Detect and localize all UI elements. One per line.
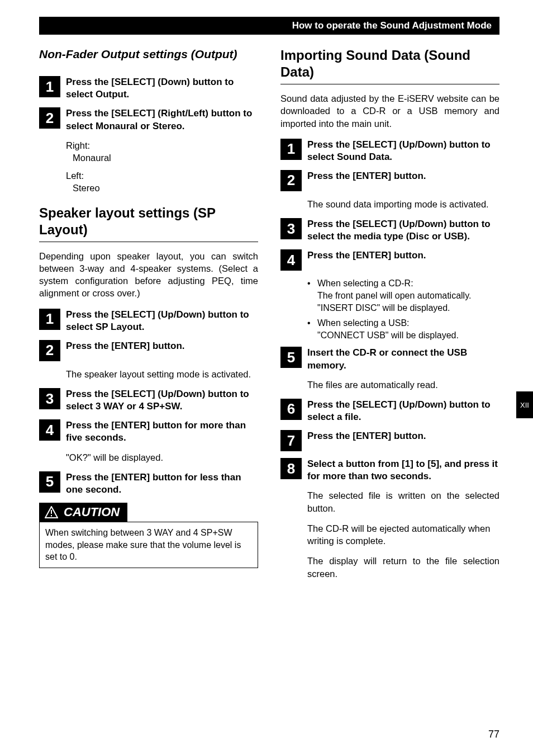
bullet-block: • When selecting a CD-R: The front panel… — [307, 277, 499, 341]
columns: Non-Fader Output settings (Output) 1 Pre… — [39, 47, 499, 588]
option-right: Right: Monaural — [66, 139, 258, 164]
step-text: Insert the CD-R or connect the USB memor… — [307, 347, 499, 371]
step: 1 Press the [SELECT] (Down) button to se… — [39, 76, 258, 101]
step-number: 1 — [39, 309, 60, 330]
step-text: Press the [SELECT] (Up/Down) button to s… — [307, 139, 499, 163]
step: 5 Insert the CD-R or connect the USB mem… — [280, 347, 499, 371]
section-rule — [39, 242, 258, 242]
bullet-body: When selecting a USB: "CONNECT USB" will… — [317, 317, 499, 341]
step-text: Press the [SELECT] (Up/Down) button to s… — [307, 399, 499, 423]
caution-heading: CAUTION — [39, 503, 127, 522]
step: 8 Select a button from [1] to [5], and p… — [280, 458, 499, 483]
step-number: 3 — [280, 218, 302, 239]
bullet-line: "INSERT DISC" will be displayed. — [317, 303, 450, 313]
section-c-intro: Sound data adjusted by the E-iSERV websi… — [280, 92, 499, 130]
step-text: Press the [SELECT] (Down) button to sele… — [66, 76, 258, 101]
section-b-title: Speaker layout settings (SP Layout) — [39, 205, 258, 238]
header-bar: How to operate the Sound Adjustment Mode — [39, 17, 499, 35]
bullet-dot-icon: • — [307, 277, 313, 314]
chapter-side-tab-label: XII — [520, 401, 529, 409]
step-number: 2 — [39, 107, 60, 129]
step: 2 Press the [ENTER] button. — [39, 340, 258, 361]
step-number: 3 — [39, 388, 60, 409]
step-number: 4 — [280, 249, 302, 271]
step: 2 Press the [SELECT] (Right/Left) button… — [39, 107, 258, 132]
step-number: 2 — [39, 340, 60, 361]
warning-triangle-icon — [45, 506, 58, 518]
step-number: 6 — [280, 399, 302, 420]
svg-rect-2 — [51, 515, 52, 517]
section-b-intro: Depending upon speaker layout, you can s… — [39, 250, 258, 300]
option-right-label: Right: — [66, 140, 90, 150]
bullet-line: "CONNECT USB" will be displayed. — [317, 330, 459, 340]
step: 4 Press the [ENTER] button for more than… — [39, 419, 258, 444]
bullet-body: When selecting a CD-R: The front panel w… — [317, 277, 499, 314]
bullet-head: When selecting a CD-R: — [317, 278, 413, 288]
page: How to operate the Sound Adjustment Mode… — [0, 0, 533, 756]
svg-rect-1 — [51, 510, 52, 514]
bullet-dot-icon: • — [307, 317, 313, 341]
step-text: Select a button from [1] to [5], and pre… — [307, 458, 499, 483]
step: 6 Press the [SELECT] (Up/Down) button to… — [280, 399, 499, 423]
step-text: Press the [ENTER] button for less than o… — [66, 471, 258, 496]
step-text: Press the [ENTER] button. — [307, 170, 426, 182]
step: 5 Press the [ENTER] button for less than… — [39, 471, 258, 496]
step: 1 Press the [SELECT] (Up/Down) button to… — [39, 309, 258, 333]
step-text: Press the [ENTER] button. — [307, 430, 426, 442]
section-c-title: Importing Sound Data (Sound Data) — [280, 47, 499, 81]
step-number: 2 — [280, 170, 302, 191]
step-number: 8 — [280, 458, 302, 479]
step-number: 5 — [280, 347, 302, 368]
step-text: Press the [SELECT] (Up/Down) button to s… — [66, 309, 258, 333]
step-follow: The CD-R will be ejected automatically w… — [307, 522, 499, 547]
step-text: Press the [ENTER] button. — [307, 249, 426, 262]
step-number: 1 — [39, 76, 60, 97]
right-column: Importing Sound Data (Sound Data) Sound … — [280, 47, 499, 588]
header-title: How to operate the Sound Adjustment Mode — [292, 20, 492, 31]
option-left-value: Stereo — [66, 182, 258, 194]
section-a-title: Non-Fader Output settings (Output) — [39, 47, 258, 62]
step: 7 Press the [ENTER] button. — [280, 430, 499, 451]
step-text: Press the [SELECT] (Right/Left) button t… — [66, 107, 258, 132]
option-left: Left: Stereo — [66, 169, 258, 195]
step-follow: The selected file is written on the sele… — [307, 489, 499, 514]
step-number: 5 — [39, 471, 60, 493]
caution-body: When switching between 3 WAY and 4 SP+SW… — [39, 522, 258, 568]
step: 3 Press the [SELECT] (Up/Down) button to… — [39, 388, 258, 413]
step-number: 7 — [280, 430, 302, 451]
step: 1 Press the [SELECT] (Up/Down) button to… — [280, 139, 499, 163]
step-follow: The speaker layout setting mode is activ… — [66, 368, 258, 380]
left-column: Non-Fader Output settings (Output) 1 Pre… — [39, 47, 258, 588]
bullet-item: • When selecting a CD-R: The front panel… — [307, 277, 499, 314]
option-left-label: Left: — [66, 171, 84, 181]
bullet-item: • When selecting a USB: "CONNECT USB" wi… — [307, 317, 499, 341]
step-follow: The sound data importing mode is activat… — [307, 198, 499, 210]
caution-label: CAUTION — [64, 505, 120, 519]
step-follow: The files are automatically read. — [307, 379, 499, 391]
step-number: 4 — [39, 419, 60, 441]
bullet-head: When selecting a USB: — [317, 318, 410, 328]
option-right-value: Monaural — [66, 152, 258, 164]
step: 2 Press the [ENTER] button. — [280, 170, 499, 191]
caution-box: CAUTION When switching between 3 WAY and… — [39, 503, 258, 568]
chapter-side-tab: XII — [516, 391, 533, 418]
section-rule — [280, 84, 499, 84]
step-text: Press the [SELECT] (Up/Down) button to s… — [307, 218, 499, 243]
bullet-line: The front panel will open automatically. — [317, 291, 471, 300]
page-number: 77 — [488, 729, 499, 740]
step: 4 Press the [ENTER] button. — [280, 249, 499, 271]
step-number: 1 — [280, 139, 302, 160]
step-text: Press the [ENTER] button. — [66, 340, 185, 352]
step-follow: "OK?" will be displayed. — [66, 451, 258, 464]
step: 3 Press the [SELECT] (Up/Down) button to… — [280, 218, 499, 243]
step-text: Press the [ENTER] button for more than f… — [66, 419, 258, 444]
step-follow: The display will return to the file sele… — [307, 555, 499, 580]
step-text: Press the [SELECT] (Up/Down) button to s… — [66, 388, 258, 413]
